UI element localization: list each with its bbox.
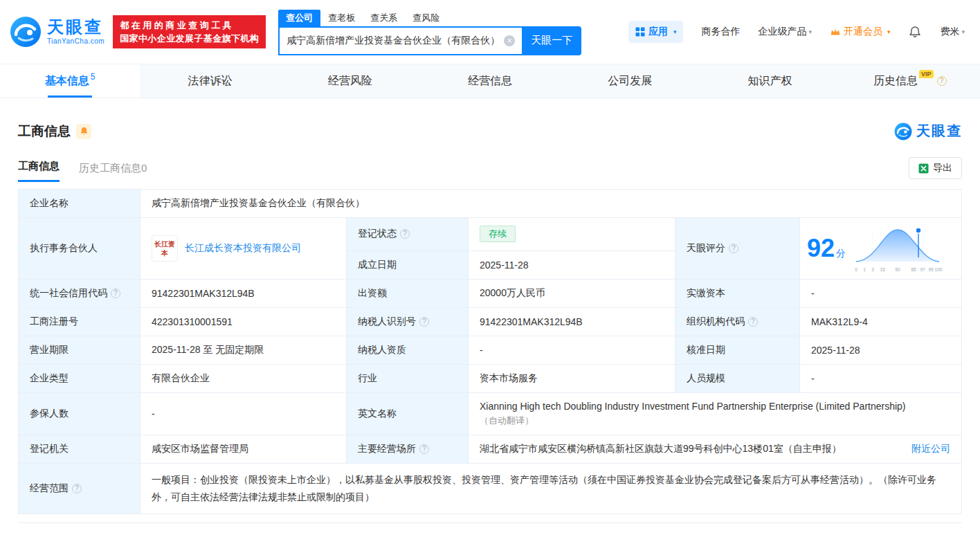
approve-date-value: 2025-11-28	[800, 336, 962, 365]
subscribe-bell-icon[interactable]	[76, 124, 91, 139]
enterprise-products-menu[interactable]: 企业级产品 ▾	[758, 26, 812, 38]
chevron-down-icon: ▾	[961, 28, 965, 35]
logo-brand: 天眼查	[47, 19, 105, 35]
capital-label: 出资额	[347, 280, 469, 308]
tianyancha-logo[interactable]: 天眼查 TianYanCha.com	[10, 16, 105, 48]
subtab-history-business-info[interactable]: 历史工商信息0	[79, 162, 147, 182]
table-row: 执行事务合伙人 长江资本 长江成长资本投资有限公司 登记状态? 存续 天眼评分?…	[19, 218, 962, 251]
subtab-history-count: 0	[141, 162, 147, 174]
search-box: × 天眼一下	[278, 26, 581, 55]
help-icon[interactable]: ?	[937, 76, 947, 86]
svg-text:99: 99	[928, 267, 934, 272]
industry-value: 资本市场服务	[469, 365, 675, 393]
tab-operating-info-label: 经营信息	[468, 74, 512, 89]
tab-operating-risk[interactable]: 经营风险	[280, 64, 420, 98]
establish-date-value: 2025-11-28	[469, 251, 675, 279]
export-label: 导出	[933, 162, 952, 174]
table-row: 登记机关 咸安区市场监督管理局 主要经营场所? 湖北省咸宁市咸安区横沟桥镇高新社…	[19, 435, 962, 464]
establish-date-label: 成立日期	[347, 251, 469, 279]
tab-basic-info[interactable]: 基本信息 5	[0, 64, 140, 98]
tianyancha-watermark: 天眼查	[894, 122, 962, 140]
company-type-label: 企业类型	[19, 365, 140, 393]
header-menu: 应用 ▾ 商务合作 企业级产品 ▾ 开通会员 ▾ 费米 ▾	[628, 21, 965, 43]
page-title: 工商信息	[18, 122, 71, 140]
tab-legal-litigation[interactable]: 法律诉讼	[140, 64, 280, 98]
staff-size-value: -	[800, 365, 962, 393]
slogan-banner: 都在用的商业查询工具 国家中小企业发展子基金旗下机构	[113, 15, 266, 48]
tab-company-development-label: 公司发展	[608, 74, 652, 89]
approve-date-label: 核准日期	[675, 336, 800, 365]
tab-operating-info[interactable]: 经营信息	[420, 64, 560, 98]
staff-size-label: 人员规模	[675, 365, 800, 393]
company-type-value: 有限合伙企业	[140, 365, 347, 393]
tianyancha-logo-icon	[10, 16, 42, 48]
tab-history-info-label: 历史信息	[873, 74, 918, 89]
header: 天眼查 TianYanCha.com 都在用的商业查询工具 国家中小企业发展子基…	[0, 0, 980, 64]
search-tab-boss[interactable]: 查老板	[320, 10, 363, 26]
business-cooperation-link[interactable]: 商务合作	[701, 26, 740, 38]
help-icon[interactable]: ?	[419, 444, 429, 454]
status-badge: 存续	[480, 226, 516, 242]
subtab-row: 工商信息 历史工商信息0 导出	[18, 157, 962, 182]
authority-value: 咸安区市场监督管理局	[140, 435, 347, 464]
main-nav: 基本信息 5 法律诉讼 经营风险 经营信息 公司发展 知识产权 历史信息 VIP…	[0, 64, 980, 98]
taxno-value: 91422301MAK312L94B	[469, 308, 675, 336]
orgcode-label: 组织机构代码?	[675, 308, 800, 336]
apps-menu[interactable]: 应用 ▾	[628, 21, 684, 43]
svg-text:100: 100	[935, 267, 943, 272]
search-button[interactable]: 天眼一下	[522, 26, 581, 55]
nearby-companies-link[interactable]: 附近公司	[911, 443, 950, 455]
help-icon[interactable]: ?	[419, 317, 429, 327]
help-icon[interactable]: ?	[111, 289, 120, 298]
svg-text:0: 0	[855, 267, 858, 272]
help-icon[interactable]: ?	[748, 317, 758, 327]
notification-bell-icon[interactable]	[908, 25, 922, 39]
tab-legal-litigation-label: 法律诉讼	[188, 74, 232, 89]
address-value: 湖北省咸宁市咸安区横沟桥镇高新社区旗鼓大道99号科创中心13楼01室（自主申报）…	[469, 435, 962, 464]
search-tab-risk[interactable]: 查风险	[405, 10, 447, 26]
paid-capital-label: 实缴资本	[675, 280, 800, 308]
table-row: 参保人数 - 英文名称 Xianning High tech Doubling …	[19, 393, 962, 435]
enterprise-products-label: 企业级产品	[758, 26, 806, 38]
tab-company-development[interactable]: 公司发展	[560, 64, 700, 98]
help-icon[interactable]: ?	[729, 244, 738, 253]
main-content: 工商信息 天眼查 工商信息 历史工商信息0	[0, 122, 980, 528]
subtab-business-info[interactable]: 工商信息	[18, 160, 60, 182]
address-text: 湖北省咸宁市咸安区横沟桥镇高新社区旗鼓大道99号科创中心13楼01室（自主申报）	[480, 443, 911, 455]
logo-text: 天眼查 TianYanCha.com	[47, 19, 105, 45]
tab-history-info[interactable]: 历史信息 VIP ?	[840, 64, 980, 98]
tab-basic-info-count: 5	[91, 72, 96, 82]
table-row: 企业类型 有限合伙企业 行业 资本市场服务 人员规模 -	[19, 365, 962, 393]
regno-label: 工商注册号	[19, 308, 140, 336]
apps-grid-icon	[635, 27, 645, 37]
search-tab-relation[interactable]: 查关系	[363, 10, 405, 26]
chevron-down-icon: ▾	[887, 28, 891, 35]
watermark-text: 天眼查	[916, 122, 962, 140]
clear-icon[interactable]: ×	[504, 35, 515, 46]
insured-label: 参保人数	[19, 393, 140, 435]
table-row: 工商注册号 422301310001591 纳税人识别号? 91422301MA…	[19, 308, 962, 336]
help-icon[interactable]: ?	[400, 229, 410, 239]
vip-upgrade-link[interactable]: 开通会员 ▾	[830, 26, 891, 38]
company-name-label: 企业名称	[19, 190, 140, 218]
company-name-value: 咸宁高新倍增产业投资基金合伙企业（有限合伙）	[140, 190, 962, 218]
tab-intellectual-property[interactable]: 知识产权	[700, 64, 840, 98]
bottom-divider	[18, 522, 962, 528]
svg-text:50: 50	[895, 267, 900, 272]
term-value: 2025-11-28 至 无固定期限	[140, 336, 347, 365]
help-icon[interactable]: ?	[72, 484, 82, 493]
user-menu[interactable]: 费米 ▾	[940, 26, 965, 38]
search-tabs: 查公司 查老板 查关系 查风险	[278, 9, 581, 26]
table-row: 营业期限 2025-11-28 至 无固定期限 纳税人资质 - 核准日期 202…	[19, 336, 962, 365]
table-row: 企业名称 咸宁高新倍增产业投资基金合伙企业（有限合伙）	[19, 190, 962, 218]
export-button[interactable]: 导出	[909, 157, 962, 179]
svg-text:3: 3	[871, 267, 874, 272]
excel-icon	[918, 163, 929, 174]
search-tab-company[interactable]: 查公司	[278, 10, 320, 26]
search-input[interactable]	[278, 26, 522, 55]
score-number: 92分	[807, 234, 846, 263]
partner-company-link[interactable]: 长江成长资本投资有限公司	[185, 242, 301, 255]
business-info-table: 企业名称 咸宁高新倍增产业投资基金合伙企业（有限合伙） 执行事务合伙人 长江资本…	[18, 189, 962, 514]
address-label: 主要经营场所?	[347, 435, 469, 464]
tab-intellectual-property-label: 知识产权	[748, 74, 792, 89]
